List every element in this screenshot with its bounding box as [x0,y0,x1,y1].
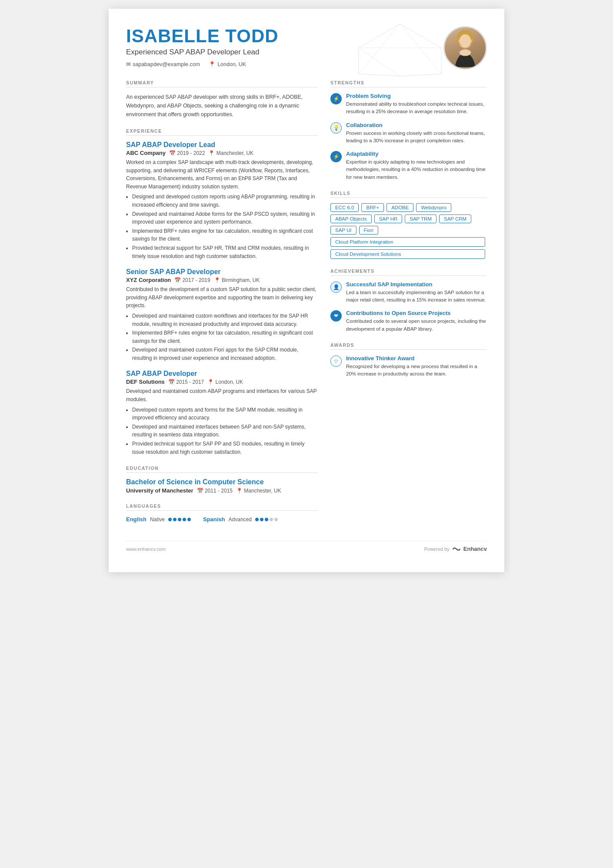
main-columns: SUMMARY An experienced SAP ABAP develope… [126,80,487,532]
exp-title-3: SAP ABAP Developer [126,370,317,378]
strengths-section: STRENGTHS ⚡ Problem Solving Demonstrated… [330,80,487,181]
achievements-section: ACHIEVEMENTS 👤 Successful SAP Implementa… [330,268,487,333]
skill-tag: SAP TRM [405,214,436,223]
bullet: Implemented BRF+ rules engine for tax ca… [132,329,317,345]
skill-tag: SAP HR [374,214,403,223]
edu-location: 📍 Manchester, UK [236,488,281,494]
exp-dates-1: 📅 2019 - 2022 [169,150,205,156]
exp-bullets-1: Designed and developed custom reports us… [126,193,317,260]
bullet: Implemented BRF+ rules engine for tax ca… [132,227,317,243]
education-section: EDUCATION Bachelor of Science in Compute… [126,466,317,494]
awards-label: AWARDS [330,342,487,350]
ach-title-1: Successful SAP Implementation [346,281,487,288]
svg-point-10 [460,34,471,47]
skill-tag: SAP UI [330,226,356,235]
skill-tag: BRF+ [361,203,384,212]
summary-section: SUMMARY An experienced SAP ABAP develope… [126,80,317,119]
achievements-label: ACHIEVEMENTS [330,268,487,276]
languages-label: LANGUAGES [126,503,317,511]
exp-item-3: SAP ABAP Developer DEF Solutions 📅 2015 … [126,370,317,456]
left-column: SUMMARY An experienced SAP ABAP develope… [126,80,317,532]
award-desc-1: Recognized for developing a new process … [346,363,487,378]
skill-tag: Fiori [359,226,378,235]
strength-desc-2: Proven success in working closely with c… [346,130,487,145]
dot [187,518,191,521]
strength-title-3: Adaptability [346,151,487,157]
exp-meta-2: XYZ Corporation 📅 2017 - 2019 📍 Birmingh… [126,277,317,283]
lang-level-english: Native [150,516,165,523]
skills-grid: ECC 6.0 BRF+ ADOBE Webdynpro ABAP Object… [330,203,487,259]
ach-desc-2: Contributed code to several open source … [346,318,487,333]
skill-tag: ECC 6.0 [330,203,359,212]
enhancv-logo-icon [452,546,461,552]
bulb-icon: 💡 [330,122,342,134]
exp-location-2: 📍 Birmingham, UK [214,277,260,283]
exp-desc-1: Worked on a complex SAP landscape with m… [126,158,317,191]
achievement-item-2: ❤ Contributions to Open Source Projects … [330,310,487,333]
lang-item-spanish: Spanish Advanced [203,516,278,523]
location-icon: 📍 [209,61,216,67]
exp-bullets-3: Developed custom reports and forms for t… [126,406,317,456]
exp-meta-1: ABC Company 📅 2019 - 2022 📍 Manchester, … [126,150,317,156]
dot [274,518,278,521]
exp-desc-2: Contributed to the development of a cust… [126,285,317,310]
exp-company-1: ABC Company [126,150,166,156]
header-left: ISABELLE TODD Experienced SAP ABAP Devel… [126,26,443,67]
svg-point-11 [460,50,471,56]
award-title-1: Innovative Thinker Award [346,355,487,362]
strengths-label: STRENGTHS [330,80,487,87]
candidate-title: Experienced SAP ABAP Developer Lead [126,48,443,57]
footer-brand: Powered by Enhancv [424,546,487,552]
edu-meta: University of Manchester 📅 2011 - 2015 📍… [126,487,317,494]
bullet: Provided technical support for SAP HR, T… [132,244,317,260]
bullet: Developed and maintained interfaces betw… [132,423,317,439]
strength-content-2: Collaboration Proven success in working … [346,122,487,145]
exp-title-2: Senior SAP ABAP Developer [126,268,317,276]
lightning-icon-2: ⚡ [330,151,342,162]
edu-dates: 📅 2011 - 2015 [197,488,233,494]
dot [260,518,263,521]
strength-item-3: ⚡ Adaptability Expertise in quickly adap… [330,151,487,181]
skill-tag: Webdynpro [416,203,451,212]
skill-tag: ADOBE [386,203,413,212]
header-contacts: ✉ sapabapdev@example.com 📍 London, UK [126,61,443,67]
strength-content-1: Problem Solving Demonstrated ability to … [346,93,487,116]
dot [265,518,268,521]
exp-title-1: SAP ABAP Developer Lead [126,141,317,149]
strength-item-1: ⚡ Problem Solving Demonstrated ability t… [330,93,487,116]
lang-name-english: English [126,516,147,523]
exp-dates-2: 📅 2017 - 2019 [174,277,210,283]
skill-tag-wide: Cloud Platform Integration [330,237,485,247]
star-icon: ☆ [330,355,342,367]
exp-meta-3: DEF Solutions 📅 2015 - 2017 📍 London, UK [126,379,317,385]
candidate-photo [443,26,487,70]
footer: www.enhancv.com Powered by Enhancv [126,541,487,552]
award-item-1: ☆ Innovative Thinker Award Recognized fo… [330,355,487,378]
languages-row: English Native Spanish Advanced [126,516,317,523]
right-column: STRENGTHS ⚡ Problem Solving Demonstrated… [330,80,487,532]
strength-desc-1: Demonstrated ability to troubleshoot com… [346,101,487,116]
achievement-item-1: 👤 Successful SAP Implementation Led a te… [330,281,487,304]
strength-item-2: 💡 Collaboration Proven success in workin… [330,122,487,145]
bullet: Designed and developed custom reports us… [132,193,317,209]
bullet: Provided technical support for SAP PP an… [132,440,317,456]
dot [183,518,186,521]
strength-title-2: Collaboration [346,122,487,128]
skill-tag-wide: Cloud Development Solutions [330,249,485,259]
person-icon: 👤 [330,282,342,293]
exp-desc-3: Developed and maintained custom ABAP pro… [126,387,317,403]
lightning-icon-1: ⚡ [330,93,342,104]
bullet: Developed and maintained custom workflow… [132,312,317,328]
exp-company-3: DEF Solutions [126,379,165,385]
resume-page: ISABELLE TODD Experienced SAP ABAP Devel… [109,9,504,572]
header: ISABELLE TODD Experienced SAP ABAP Devel… [126,26,487,70]
dot [255,518,259,521]
lang-level-spanish: Advanced [229,516,252,523]
edu-degree: Bachelor of Science in Computer Science [126,478,317,486]
exp-dates-3: 📅 2015 - 2017 [168,379,204,385]
exp-location-1: 📍 Manchester, UK [208,150,253,156]
strength-desc-3: Expertise in quickly adapting to new tec… [346,158,487,181]
lang-dots-english [168,518,191,521]
ach-desc-1: Led a team in successfully implementing … [346,289,487,304]
enhancv-brand-name: Enhancv [463,546,487,552]
